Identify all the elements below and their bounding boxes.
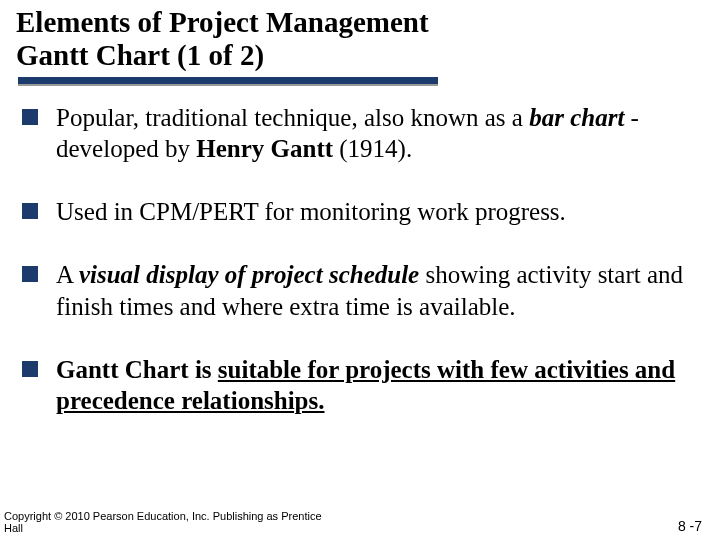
footer-copyright-line-2: Hall (4, 522, 23, 534)
bullet-list: Popular, traditional technique, also kno… (16, 102, 704, 417)
bullet-4-text-1: Gantt Chart is (56, 356, 218, 383)
footer-copyright-line-1: Copyright © 2010 Pearson Education, Inc.… (4, 510, 322, 522)
title-line-1: Elements of Project Management (16, 6, 429, 38)
bullet-3-emph-1: visual display of project schedule (79, 261, 419, 288)
slide-title: Elements of Project Management Gantt Cha… (16, 6, 704, 73)
bullet-1-text-3: (1914). (333, 135, 412, 162)
title-line-2: Gantt Chart (1 of 2) (16, 39, 264, 71)
bullet-4: Gantt Chart is suitable for projects wit… (16, 354, 704, 417)
title-underline (18, 77, 438, 84)
slide: Elements of Project Management Gantt Cha… (0, 0, 720, 540)
bullet-1-text-1: Popular, traditional technique, also kno… (56, 104, 529, 131)
bullet-1-emph-1: bar chart (529, 104, 624, 131)
bullet-3-text-1: A (56, 261, 79, 288)
bullet-1: Popular, traditional technique, also kno… (16, 102, 704, 165)
page-number: 8 -7 (678, 518, 702, 534)
bullet-3: A visual display of project schedule sho… (16, 259, 704, 322)
footer-copyright: Copyright © 2010 Pearson Education, Inc.… (4, 510, 322, 534)
bullet-1-emph-2: Henry Gantt (196, 135, 333, 162)
bullet-2: Used in CPM/PERT for monitoring work pro… (16, 196, 704, 227)
bullet-2-text: Used in CPM/PERT for monitoring work pro… (56, 198, 566, 225)
